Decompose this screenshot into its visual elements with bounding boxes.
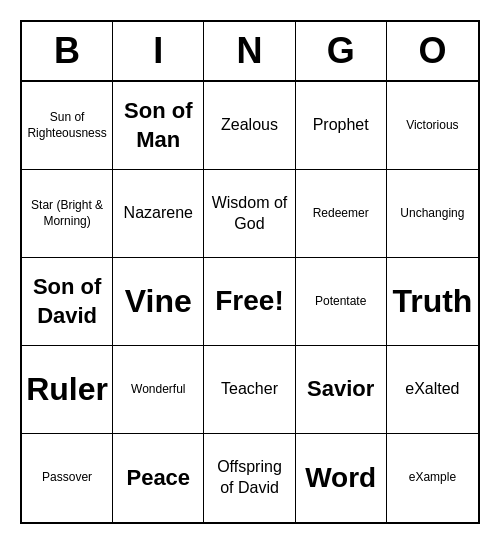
cell-3: Prophet: [296, 82, 387, 170]
cell-21: Peace: [113, 434, 204, 522]
header-o: O: [387, 22, 478, 80]
cell-24: eXample: [387, 434, 478, 522]
cell-9: Unchanging: [387, 170, 478, 258]
cell-10: Son of David: [22, 258, 113, 346]
header-n: N: [204, 22, 295, 80]
cell-8: Redeemer: [296, 170, 387, 258]
cell-19: eXalted: [387, 346, 478, 434]
cell-18: Savior: [296, 346, 387, 434]
cell-4: Victorious: [387, 82, 478, 170]
cell-16: Wonderful: [113, 346, 204, 434]
bingo-card: B I N G O Sun of Righteousness Son of Ma…: [20, 20, 480, 524]
cell-15: Ruler: [22, 346, 113, 434]
cell-11: Vine: [113, 258, 204, 346]
cell-1: Son of Man: [113, 82, 204, 170]
cell-6: Nazarene: [113, 170, 204, 258]
cell-23: Word: [296, 434, 387, 522]
header-i: I: [113, 22, 204, 80]
cell-14: Truth: [387, 258, 478, 346]
cell-17: Teacher: [204, 346, 295, 434]
cell-20: Passover: [22, 434, 113, 522]
cell-5: Star (Bright & Morning): [22, 170, 113, 258]
header-b: B: [22, 22, 113, 80]
header-g: G: [296, 22, 387, 80]
cell-12: Free!: [204, 258, 295, 346]
cell-22: Offspring of David: [204, 434, 295, 522]
bingo-grid: Sun of Righteousness Son of Man Zealous …: [22, 82, 478, 522]
cell-2: Zealous: [204, 82, 295, 170]
bingo-header: B I N G O: [22, 22, 478, 82]
cell-7: Wisdom of God: [204, 170, 295, 258]
cell-13: Potentate: [296, 258, 387, 346]
cell-0: Sun of Righteousness: [22, 82, 113, 170]
